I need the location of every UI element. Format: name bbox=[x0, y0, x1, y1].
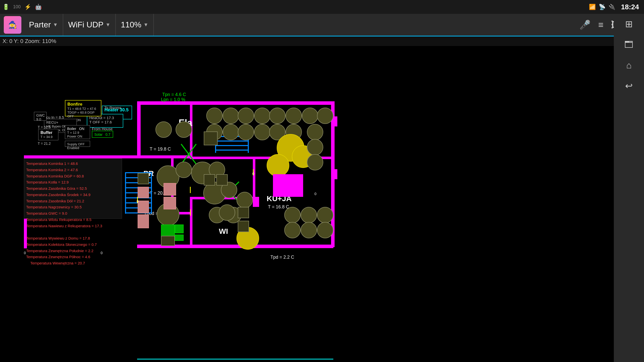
svg-line-1 bbox=[181, 144, 196, 164]
toolbar: 🧙 Parter ▼ WiFi UDP ▼ 110% ▼ 🎤 ≡ 🖼 ⤢ bbox=[0, 14, 644, 36]
rect-tan1 bbox=[161, 236, 175, 246]
t525: T = 52.5 bbox=[38, 125, 51, 129]
connection-arrow: ▼ bbox=[105, 22, 110, 28]
usb-icon: ⚡ bbox=[24, 4, 31, 10]
t212: T = 21.2 bbox=[38, 142, 51, 146]
list-icon[interactable]: ≡ bbox=[598, 20, 603, 30]
bonfire-t1: T1 = 48.6 T2 = 47.6 bbox=[67, 107, 99, 111]
buffer-box: Buffer T = 34.9 bbox=[38, 129, 58, 140]
circle-lower2 bbox=[219, 204, 235, 221]
rect-pink1 bbox=[164, 183, 176, 196]
android-icon: 🤖 bbox=[35, 4, 42, 10]
boiler-label: Boiler ON bbox=[67, 127, 88, 131]
circle-r1 bbox=[206, 108, 223, 124]
temp-pd: Tpd = 2.2 C bbox=[270, 255, 294, 260]
status-right-icons: 📶 📡 🔌 18:24 bbox=[589, 3, 639, 11]
circle-ku3 bbox=[317, 207, 333, 223]
wi-room: WI bbox=[219, 227, 228, 236]
signal-icon: 📡 bbox=[599, 4, 606, 10]
circle-r6 bbox=[286, 108, 302, 124]
circle-r11 bbox=[238, 124, 254, 140]
circle-r12 bbox=[254, 124, 270, 140]
rect-mid2 bbox=[216, 174, 228, 186]
rect-stair4 bbox=[138, 214, 149, 228]
back-icon[interactable]: ↩ bbox=[625, 81, 633, 91]
circle-r3 bbox=[238, 108, 254, 124]
wifi-icon: 📶 bbox=[589, 4, 596, 10]
circle-sa3 bbox=[267, 154, 289, 177]
svg-line-0 bbox=[181, 144, 196, 164]
zoom-selector[interactable]: 110% ▼ bbox=[116, 14, 154, 36]
wall-accent3 bbox=[253, 197, 259, 207]
connection-label: WiFi UDP bbox=[68, 20, 103, 29]
stair4 bbox=[215, 145, 248, 146]
rect-stair2 bbox=[138, 187, 149, 198]
circle-ku1 bbox=[284, 207, 301, 223]
rect-green2 bbox=[175, 224, 184, 233]
gwc-val: 9.0 bbox=[36, 117, 44, 121]
rect-magenta bbox=[273, 174, 303, 197]
stair3 bbox=[215, 141, 248, 142]
circle-r5 bbox=[269, 108, 286, 124]
solar-label: Solar 0.7 bbox=[94, 132, 111, 137]
rect-ela bbox=[204, 131, 218, 145]
boiler-box: Boiler ON T = 12.9 Power ON bbox=[65, 125, 90, 139]
circle-sa4 bbox=[307, 124, 323, 140]
circle-r8 bbox=[317, 108, 333, 124]
rect-stair1 bbox=[138, 173, 149, 184]
wall-mid-h bbox=[24, 155, 137, 158]
rect-mid3 bbox=[238, 207, 249, 218]
wall-inner-v3 bbox=[190, 197, 192, 247]
circle-ela1 bbox=[155, 121, 172, 138]
rect-mid4 bbox=[238, 221, 249, 232]
grid-icon[interactable]: ⊞ bbox=[625, 19, 633, 29]
zoom-label: 110% bbox=[121, 20, 141, 29]
circle-sa5 bbox=[307, 139, 323, 155]
right-sidebar: ⊞ 🗔 ⌂ ↩ bbox=[614, 14, 644, 362]
stair5 bbox=[215, 150, 248, 151]
cyan-bottom-line bbox=[137, 359, 333, 359]
boiler-power: Power ON bbox=[67, 134, 88, 138]
circle-ku4 bbox=[284, 222, 301, 238]
main-canvas[interactable]: Tpn = 4.6 C Lpn = 1.0 % Ela PR SA KU+JA … bbox=[0, 46, 614, 362]
gwc-box: GWC 9.0 bbox=[34, 112, 47, 121]
circle-ku5 bbox=[301, 222, 317, 238]
circle-ku6 bbox=[317, 222, 333, 238]
status-bar: 🔋 100 ⚡ 🤖 📶 📡 🔌 18:24 bbox=[0, 0, 644, 14]
status-left-icons: 🔋 100 ⚡ 🤖 bbox=[3, 4, 42, 10]
rect-green3 bbox=[175, 235, 184, 241]
home-icon[interactable]: ⌂ bbox=[626, 60, 632, 71]
bonfire-box: Bonfire T1 = 48.6 T2 = 47.6 TDGP = 60.8 … bbox=[65, 100, 101, 116]
lpn-label: Lpn = 1.0 % bbox=[161, 97, 185, 102]
microphone-icon[interactable]: 🎤 bbox=[579, 20, 591, 30]
window-icon[interactable]: 🗔 bbox=[624, 39, 633, 50]
wall-num3: 0 bbox=[314, 192, 316, 196]
temp-198: T = 19.8 C bbox=[150, 147, 171, 152]
circle-r10 bbox=[223, 124, 239, 140]
app-logo[interactable]: 🧙 bbox=[4, 16, 21, 34]
gwc-label: GWC bbox=[36, 113, 44, 117]
solar-box: Solar 0.7 bbox=[92, 131, 113, 138]
wall-left-outer bbox=[137, 101, 141, 157]
floor-selector[interactable]: Parter ▼ bbox=[24, 14, 63, 36]
to-rooms-label: To Rooms bbox=[104, 106, 122, 110]
stair-lv2 bbox=[151, 172, 152, 214]
wall-num1: 0 bbox=[137, 199, 139, 203]
wall-accent2 bbox=[331, 169, 337, 179]
battery-label: 100 bbox=[13, 4, 21, 10]
coords-bar: X: 0 Y: 0 Zoom: 110% bbox=[0, 36, 644, 46]
boiler-t: T = 12.9 bbox=[67, 131, 88, 134]
circle-r4 bbox=[254, 108, 270, 124]
wall-num4: 0 bbox=[24, 251, 26, 255]
circle-ela2 bbox=[176, 121, 192, 138]
recu-plus: RECU+ bbox=[46, 120, 74, 124]
door-ind4 bbox=[190, 209, 191, 216]
battery-icon: 🔋 bbox=[3, 4, 9, 10]
zoom-arrow: ▼ bbox=[143, 22, 148, 28]
circle-sa6 bbox=[307, 154, 323, 170]
connection-selector[interactable]: WiFi UDP ▼ bbox=[63, 14, 116, 36]
tpn-label: Tpn = 4.6 C bbox=[162, 92, 186, 97]
temp-list: Temperatura Kominka 1 = 48.6 Temperatura… bbox=[26, 161, 120, 266]
wall-num2: 0 bbox=[252, 172, 254, 176]
buffer-t2: T = 34.9 bbox=[41, 135, 56, 139]
